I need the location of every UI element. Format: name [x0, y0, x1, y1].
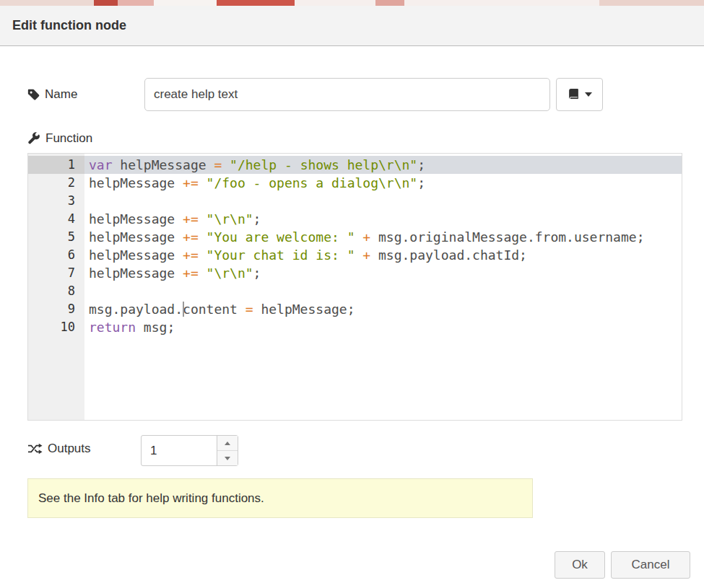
code-line[interactable]	[84, 282, 682, 300]
code-line[interactable]: helpMessage += "\r\n";	[84, 210, 682, 228]
dialog-title: Edit function node	[12, 18, 126, 33]
text-cursor	[183, 302, 184, 317]
line-number: 5	[28, 228, 84, 246]
code-line[interactable]: helpMessage += "\r\n";	[84, 264, 682, 282]
name-label: Name	[27, 87, 77, 102]
name-input[interactable]	[144, 78, 550, 111]
name-label-text: Name	[45, 87, 77, 102]
outputs-input[interactable]	[142, 436, 217, 465]
code-line[interactable]: var helpMessage = "/help - shows help\r\…	[84, 156, 682, 174]
info-box: See the Info tab for help writing functi…	[27, 478, 533, 518]
outputs-label-text: Outputs	[48, 442, 91, 456]
wrench-icon	[27, 132, 40, 145]
function-label: Function	[27, 131, 92, 146]
line-number: 3	[28, 192, 84, 210]
gutter: 12345678910	[28, 154, 84, 420]
line-number: 9	[28, 300, 84, 318]
line-number: 1	[28, 156, 84, 174]
code-line[interactable]: helpMessage += "You are welcome: " + msg…	[84, 228, 682, 246]
stepper-buttons	[217, 436, 238, 465]
info-text: See the Info tab for help writing functi…	[38, 491, 264, 506]
ok-button[interactable]: Ok	[555, 551, 605, 579]
cancel-button[interactable]: Cancel	[611, 551, 690, 579]
line-number: 10	[28, 318, 84, 336]
stepper-up-button[interactable]	[217, 436, 238, 450]
line-number: 2	[28, 174, 84, 192]
shuffle-icon	[27, 443, 43, 455]
code-line[interactable]	[84, 192, 682, 210]
code-lines: var helpMessage = "/help - shows help\r\…	[84, 154, 682, 420]
code-editor[interactable]: 12345678910 var helpMessage = "/help - s…	[27, 153, 682, 421]
code-line[interactable]: helpMessage += "Your chat id is: " + msg…	[84, 246, 682, 264]
library-button[interactable]	[556, 78, 603, 111]
line-number: 7	[28, 264, 84, 282]
code-line[interactable]: msg.payload.content = helpMessage;	[84, 300, 682, 318]
outputs-stepper	[141, 435, 238, 466]
stepper-down-button[interactable]	[217, 450, 238, 465]
code-line[interactable]: helpMessage += "/foo - opens a dialog\r\…	[84, 174, 682, 192]
book-icon	[568, 89, 580, 101]
triangle-up-icon	[225, 442, 230, 445]
line-number: 8	[28, 282, 84, 300]
screen: Edit function node Name Function 1234567…	[0, 0, 704, 588]
line-number: 4	[28, 210, 84, 228]
triangle-down-icon	[225, 457, 230, 460]
tag-icon	[27, 89, 40, 101]
outputs-label: Outputs	[27, 442, 91, 456]
function-label-text: Function	[45, 131, 92, 146]
line-number: 6	[28, 246, 84, 264]
chevron-down-icon	[585, 92, 592, 97]
dialog-header: Edit function node	[0, 6, 704, 46]
code-line[interactable]: return msg;	[84, 318, 682, 336]
edit-function-dialog: Edit function node Name Function 1234567…	[0, 6, 704, 588]
